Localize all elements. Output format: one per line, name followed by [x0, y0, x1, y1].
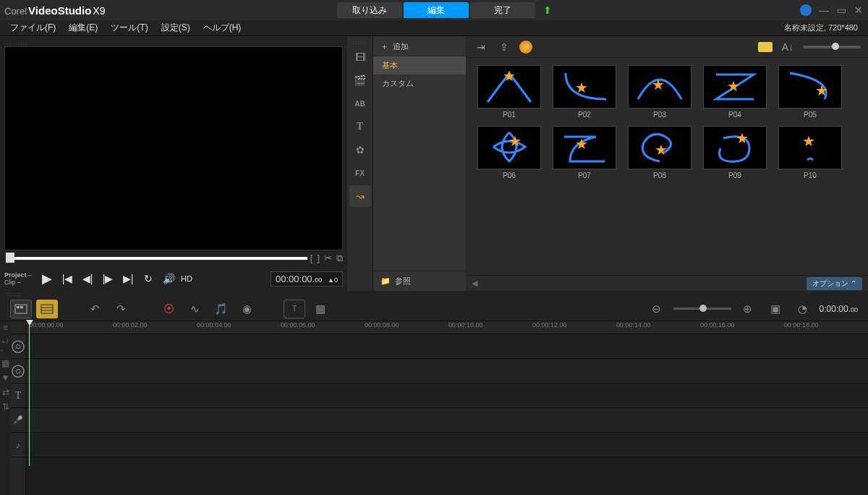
path-thumbnail[interactable]: ★P08 — [626, 126, 693, 179]
zoom-slider[interactable] — [673, 308, 731, 310]
audio-mixer-button[interactable]: ∿ — [184, 300, 205, 318]
panel-grip[interactable]: :::::::::: — [4, 41, 343, 46]
path-thumbnail[interactable]: ★P07 — [551, 126, 618, 179]
maximize-button[interactable]: ▭ — [836, 4, 846, 16]
timeline-timecode[interactable]: 0:00:00.00 — [820, 304, 858, 314]
title-tab-icon[interactable]: T — [349, 116, 371, 138]
prev-frame-button[interactable]: ◀| — [78, 269, 97, 288]
track-motion-button[interactable]: ◉ — [236, 300, 258, 318]
options-toggle[interactable]: オプション ⌃ — [807, 277, 862, 290]
media-tab-icon[interactable]: 🎞 — [349, 46, 371, 68]
timeline-view-button[interactable] — [36, 300, 58, 318]
multi-cam-button[interactable]: ▦ — [310, 300, 331, 318]
tab-share[interactable]: 完了 — [470, 2, 535, 18]
mark-in-button[interactable]: [ — [310, 253, 313, 264]
zoom-out-button[interactable]: ⊖ — [646, 300, 668, 318]
library-panel: :::::: 🎞 🎬 AB T ✿ FX ↝ ＋ 追加 基本 カスタム 📁 参照… — [347, 36, 868, 291]
tree-item-custom[interactable]: カスタム — [373, 75, 466, 93]
transition-tab-icon[interactable]: AB — [349, 93, 371, 114]
undo-button[interactable]: ↶ — [84, 300, 106, 318]
project-duration-icon[interactable]: ◔ — [792, 300, 814, 318]
thumbnail-size-slider[interactable] — [803, 46, 861, 48]
path-tab-icon[interactable]: ↝ — [349, 185, 371, 207]
track-row[interactable] — [26, 408, 868, 433]
view-mode-icon[interactable] — [758, 42, 773, 52]
expand-button[interactable]: ⧉ — [336, 253, 343, 264]
timeline-ruler[interactable]: 00:00:00.0000:00:02.0000:00:04.0000:00:0… — [26, 321, 868, 334]
preview-mode-toggle[interactable]: Project – Clip – — [4, 271, 36, 286]
path-thumbnail[interactable]: ★P06 — [476, 126, 542, 179]
repeat-button[interactable]: ↻ — [139, 269, 158, 288]
trim-track[interactable] — [7, 257, 307, 260]
timeline-zoom: ⊖ ⊕ ▣ ◔ 0:00:00.00 — [646, 300, 858, 318]
voice-track-header[interactable]: 🎤 — [11, 408, 25, 433]
import-icon[interactable]: ⇥ — [473, 39, 489, 55]
title-track-header[interactable]: T — [11, 384, 25, 408]
path-thumbnail[interactable]: ★P02 — [551, 65, 618, 119]
upload-icon[interactable]: ⬆ — [543, 4, 552, 16]
playhead[interactable] — [29, 321, 30, 466]
ripple-edit-icon[interactable]: ⇄ — [2, 387, 9, 397]
video-track-header[interactable] — [11, 334, 25, 359]
zoom-in-button[interactable]: ⊕ — [737, 300, 759, 318]
close-button[interactable]: ✕ — [854, 4, 864, 16]
music-track-header[interactable]: ♪ — [11, 433, 25, 457]
panel-grip[interactable]: :::::::::: — [0, 291, 868, 297]
record-button[interactable]: ⦿ — [158, 300, 179, 318]
minimize-button[interactable]: — — [819, 4, 829, 16]
video-preview[interactable] — [4, 46, 343, 250]
sort-icon[interactable]: A↓ — [780, 39, 796, 55]
play-button[interactable]: ▶ — [38, 269, 56, 288]
path-thumbnail[interactable]: ★P03 — [626, 65, 693, 119]
mark-out-button[interactable]: ] — [317, 253, 320, 264]
go-end-button[interactable]: ▶| — [119, 269, 137, 288]
track-row[interactable] — [26, 384, 868, 408]
path-thumbnail[interactable]: ★P05 — [777, 65, 843, 119]
graphic-tab-icon[interactable]: ✿ — [349, 139, 371, 161]
menu-file[interactable]: ファイル(F) — [10, 22, 56, 34]
globe-icon[interactable] — [800, 4, 812, 16]
browse-button[interactable]: 📁 参照 — [373, 271, 466, 291]
subtitle-editor-button[interactable]: T — [284, 300, 305, 318]
instant-project-icon[interactable]: 🎬 — [349, 69, 371, 91]
menu-tool[interactable]: ツール(T) — [111, 22, 148, 34]
filter-tab-icon[interactable]: FX — [349, 162, 371, 184]
overlay-track-header[interactable] — [11, 359, 25, 384]
menu-settings[interactable]: 設定(S) — [161, 22, 190, 34]
fit-project-button[interactable]: ▣ — [765, 300, 786, 318]
library-footer: ◀ オプション ⌃ — [466, 275, 868, 291]
tab-capture[interactable]: 取り込み — [337, 2, 402, 18]
go-start-button[interactable]: |◀ — [58, 269, 77, 288]
preview-timecode[interactable]: 00:00:00.00 ▲0 — [271, 271, 343, 287]
chevron-down-icon[interactable]: ▼ — [1, 373, 10, 383]
overlay-manager-icon[interactable]: ▦ — [1, 358, 9, 368]
trim-handle[interactable] — [6, 253, 14, 263]
panel-grip[interactable]: :::::: — [353, 39, 367, 45]
add-remove-track-icon[interactable]: ＋/− — [0, 337, 11, 354]
scroll-icon[interactable]: ⇅ — [2, 402, 9, 412]
track-row[interactable] — [26, 334, 868, 359]
cut-button[interactable]: ✂ — [324, 253, 332, 264]
storyboard-view-button[interactable] — [10, 300, 32, 318]
path-thumbnail[interactable]: ★P04 — [702, 65, 768, 119]
menu-edit[interactable]: 編集(E) — [69, 22, 98, 34]
scroll-left-icon[interactable]: ◀ — [472, 279, 477, 288]
track-row[interactable] — [26, 433, 868, 457]
path-thumbnail[interactable]: ★P01 — [476, 65, 542, 119]
tab-edit[interactable]: 編集 — [404, 2, 469, 18]
track-manager-icon[interactable]: ≡ — [3, 323, 8, 333]
path-thumbnail[interactable]: ★P10 — [777, 126, 843, 179]
auto-music-button[interactable]: 🎵 — [210, 300, 231, 318]
menu-help[interactable]: ヘルプ(H) — [203, 22, 242, 34]
tree-item-basic[interactable]: 基本 — [373, 56, 466, 75]
path-thumbnail[interactable]: ★P09 — [702, 126, 768, 179]
track-row[interactable] — [26, 359, 868, 384]
export-icon[interactable]: ⇪ — [496, 39, 512, 55]
hd-toggle[interactable]: HD — [181, 274, 192, 283]
get-more-icon[interactable] — [519, 41, 532, 54]
volume-button[interactable]: 🔊 — [159, 269, 178, 288]
next-frame-button[interactable]: |▶ — [98, 269, 117, 288]
timeline-tracks[interactable]: 00:00:00.0000:00:02.0000:00:04.0000:00:0… — [26, 321, 868, 495]
redo-button[interactable]: ↷ — [110, 300, 132, 318]
add-category-button[interactable]: ＋ 追加 — [373, 36, 466, 56]
